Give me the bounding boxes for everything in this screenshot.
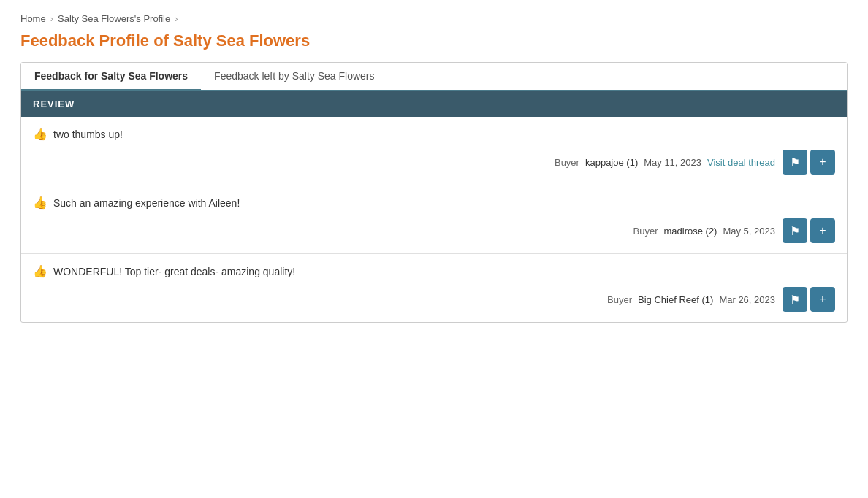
review-footer: Buyer Big Chief Reef (1) Mar 26, 2023 ⚑ … [33, 287, 835, 312]
review-text: Such an amazing experience with Aileen! [53, 197, 240, 209]
review-item: 👍 WONDERFUL! Top tier- great deals- amaz… [21, 254, 847, 322]
review-meta: Buyer kappajoe (1) May 11, 2023 Visit de… [555, 157, 775, 168]
plus-button[interactable]: + [810, 287, 835, 312]
review-item: 👍 two thumbs up! Buyer kappajoe (1) May … [21, 117, 847, 185]
flag-icon: ⚑ [790, 293, 800, 307]
thumbs-up-icon: 👍 [33, 127, 47, 141]
review-actions: ⚑ + [783, 287, 835, 312]
thumbs-up-icon: 👍 [33, 264, 47, 278]
review-username: madirose (2) [663, 226, 717, 237]
breadcrumb: Home › Salty Sea Flowers's Profile › [20, 13, 848, 24]
review-username: Big Chief Reef (1) [638, 294, 713, 305]
tabs-container: Feedback for Salty Sea Flowers Feedback … [20, 62, 848, 323]
review-footer: Buyer kappajoe (1) May 11, 2023 Visit de… [33, 150, 835, 175]
review-header-label: REVIEW [33, 99, 75, 110]
review-actions: ⚑ + [783, 150, 835, 175]
plus-icon: + [819, 224, 826, 237]
review-date: May 5, 2023 [723, 226, 775, 237]
review-username: kappajoe (1) [585, 157, 638, 168]
content-area: Home › Salty Sea Flowers's Profile › Fee… [0, 0, 868, 343]
review-top: 👍 WONDERFUL! Top tier- great deals- amaz… [33, 264, 835, 278]
breadcrumb-home[interactable]: Home [20, 13, 46, 24]
review-role: Buyer [633, 226, 658, 237]
page-wrapper: Home › Salty Sea Flowers's Profile › Fee… [0, 0, 868, 498]
plus-button[interactable]: + [810, 218, 835, 243]
review-section-header: REVIEW [21, 91, 847, 117]
plus-icon: + [819, 293, 826, 306]
tab-feedback-for[interactable]: Feedback for Salty Sea Flowers [21, 63, 201, 91]
flag-icon: ⚑ [790, 224, 800, 238]
review-meta: Buyer Big Chief Reef (1) Mar 26, 2023 [607, 294, 775, 305]
breadcrumb-sep-1: › [50, 13, 53, 24]
flag-button[interactable]: ⚑ [783, 150, 807, 175]
review-text: WONDERFUL! Top tier- great deals- amazin… [53, 266, 295, 277]
review-top: 👍 Such an amazing experience with Aileen… [33, 196, 835, 210]
review-text: two thumbs up! [53, 129, 123, 140]
review-footer: Buyer madirose (2) May 5, 2023 ⚑ + [33, 218, 835, 243]
review-actions: ⚑ + [783, 218, 835, 243]
review-top: 👍 two thumbs up! [33, 127, 835, 141]
review-role: Buyer [607, 294, 632, 305]
review-date: Mar 26, 2023 [719, 294, 775, 305]
flag-icon: ⚑ [790, 156, 800, 169]
flag-button[interactable]: ⚑ [783, 287, 807, 312]
visit-deal-thread-link[interactable]: Visit deal thread [707, 157, 775, 168]
review-item: 👍 Such an amazing experience with Aileen… [21, 185, 847, 254]
review-meta: Buyer madirose (2) May 5, 2023 [633, 226, 775, 237]
flag-button[interactable]: ⚑ [783, 218, 807, 243]
thumbs-up-icon: 👍 [33, 196, 47, 210]
tab-feedback-left[interactable]: Feedback left by Salty Sea Flowers [201, 63, 387, 91]
plus-icon: + [819, 156, 826, 169]
page-title: Feedback Profile of Salty Sea Flowers [20, 31, 848, 50]
plus-button[interactable]: + [810, 150, 835, 175]
tabs-header: Feedback for Salty Sea Flowers Feedback … [21, 63, 847, 91]
breadcrumb-profile-link[interactable]: Salty Sea Flowers's Profile [58, 13, 170, 24]
review-date: May 11, 2023 [644, 157, 701, 168]
review-role: Buyer [555, 157, 579, 168]
breadcrumb-sep-2: › [175, 13, 178, 24]
